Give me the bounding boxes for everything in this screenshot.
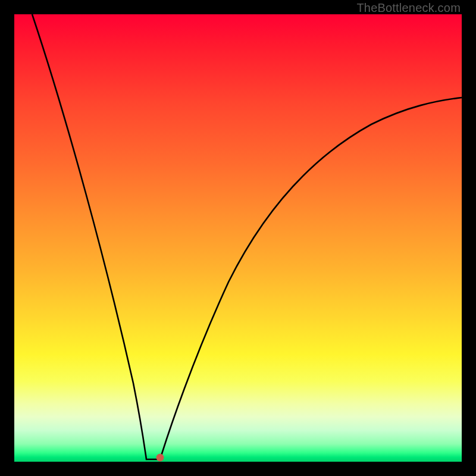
- chart-svg: [14, 14, 462, 462]
- bottleneck-curve: [32, 14, 462, 459]
- marker-dot: [156, 454, 164, 462]
- chart-frame: TheBottleneck.com: [0, 0, 476, 476]
- watermark-text: TheBottleneck.com: [356, 1, 461, 15]
